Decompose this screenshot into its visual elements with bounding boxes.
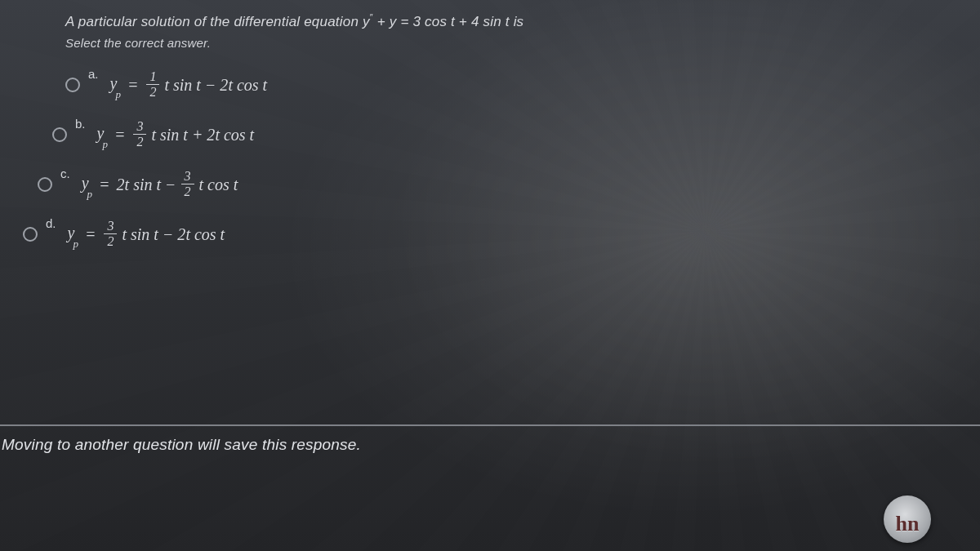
radio-b[interactable]	[52, 127, 67, 142]
option-a-formula: yp = 1 2 t sin t − 2t cos t	[110, 70, 268, 99]
question-prompt: A particular solution of the differentia…	[15, 11, 947, 31]
prompt-suffix: is	[514, 14, 524, 29]
option-b-formula: yp = 3 2 t sin t + 2t cos t	[97, 120, 255, 149]
quiz-screenshot: A particular solution of the differentia…	[0, 0, 980, 551]
option-c-label: c.	[60, 167, 74, 180]
frac-c: 3 2	[181, 170, 194, 198]
select-instruction: Select the correct answer.	[15, 36, 947, 50]
option-d[interactable]: d. yp = 3 2 t sin t − 2t cos t	[15, 220, 267, 248]
watermark-badge: hn	[884, 495, 931, 543]
option-b-label: b.	[75, 117, 89, 131]
option-b[interactable]: b. yp = 3 2 t sin t + 2t cos t	[15, 120, 267, 149]
option-c[interactable]: c. yp = 2t sin t − 3 2 t cos t	[15, 170, 267, 198]
option-a-label: a.	[88, 67, 102, 81]
question-block: A particular solution of the differentia…	[15, 11, 947, 50]
question-equation: y″ + y = 3 cos t + 4 sin t	[363, 14, 514, 29]
option-d-formula: yp = 3 2 t sin t − 2t cos t	[68, 220, 225, 248]
option-c-formula: yp = 2t sin t − 3 2 t cos t	[82, 170, 238, 198]
frac-a: 1 2	[146, 70, 159, 99]
frac-b: 3 2	[133, 120, 146, 149]
radio-d[interactable]	[23, 227, 38, 242]
save-notice: Moving to another question will save thi…	[0, 424, 980, 454]
watermark-text: hn	[896, 512, 920, 536]
option-a[interactable]: a. yp = 1 2 t sin t − 2t cos t	[15, 70, 267, 99]
radio-a[interactable]	[65, 78, 80, 92]
options-list: a. yp = 1 2 t sin t − 2t cos t b. yp = 3…	[15, 70, 267, 269]
radio-c[interactable]	[38, 177, 52, 192]
frac-d: 3 2	[104, 220, 117, 248]
option-d-label: d.	[46, 216, 60, 230]
prompt-prefix: A particular solution of the differentia…	[65, 14, 363, 29]
